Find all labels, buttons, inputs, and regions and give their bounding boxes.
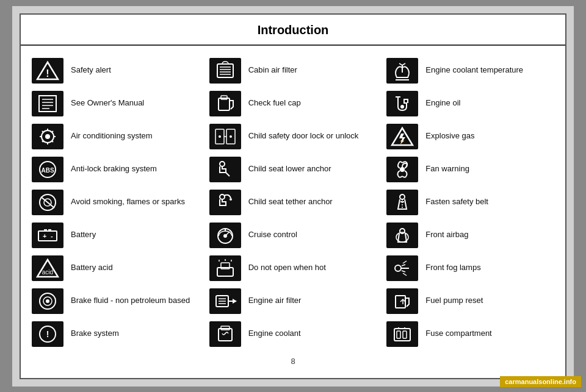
abs-icon: ABS — [32, 157, 63, 182]
safety-alert-icon: ! — [32, 58, 63, 84]
list-item: Avoid smoking, flames or sparks — [27, 186, 204, 219]
cruise-control-label: Cruise control — [248, 230, 297, 240]
svg-rect-23 — [44, 229, 47, 232]
svg-point-47 — [230, 198, 232, 201]
child-seat-lower-icon — [209, 157, 241, 182]
svg-point-45 — [220, 162, 225, 166]
air-conditioning-label: Air conditioning system — [71, 131, 153, 141]
brake-fluid-icon — [32, 288, 63, 314]
list-item: acid Battery acid — [27, 252, 204, 285]
list-item: Fuel pump reset — [382, 285, 559, 318]
svg-rect-39 — [219, 98, 230, 110]
svg-line-66 — [402, 63, 405, 65]
list-item: Check fuel cap — [204, 87, 382, 120]
explosive-gas-icon: ⚡ — [386, 124, 418, 149]
cabin-air-filter-icon — [209, 58, 241, 84]
list-item: Fasten safety belt — [382, 186, 559, 219]
engine-coolant-label: Engine coolant — [248, 329, 301, 339]
safety-alert-label: Safety alert — [71, 65, 111, 76]
no-smoking-icon — [32, 190, 63, 215]
svg-marker-61 — [233, 299, 237, 304]
owners-manual-icon — [32, 91, 63, 116]
svg-line-76 — [402, 265, 405, 266]
svg-line-79 — [403, 273, 407, 276]
svg-text:-: - — [51, 232, 53, 240]
svg-line-16 — [42, 141, 43, 142]
list-item: Fuse compartment — [382, 318, 559, 351]
brake-system-label: Brake system — [71, 329, 119, 339]
list-item: Cabin air filter — [204, 54, 382, 87]
battery-label: Battery — [71, 230, 96, 240]
list-item: Child safety door lock or unlock — [204, 120, 382, 153]
battery-acid-icon: acid — [32, 255, 63, 281]
content-area: ! Safety alert See — [21, 54, 565, 351]
list-item: Fan warning — [382, 153, 559, 186]
front-airbag-label: Front airbag — [425, 230, 468, 240]
fuel-pump-label: Fuel pump reset — [425, 296, 483, 306]
front-fog-icon — [386, 255, 418, 281]
list-item: Child seat tether anchor — [204, 186, 382, 219]
brake-system-icon: ! — [32, 321, 63, 347]
engine-coolant-temp-icon — [386, 58, 418, 84]
list-item: Engine oil — [382, 87, 559, 120]
child-safety-door-label: Child safety door lock or unlock — [248, 131, 359, 141]
list-item: Do not open when hot — [204, 252, 382, 285]
cruise-control-icon — [209, 223, 241, 248]
svg-rect-2 — [39, 96, 56, 112]
svg-line-14 — [52, 141, 53, 142]
svg-point-67 — [400, 105, 404, 109]
front-airbag-icon — [386, 223, 418, 248]
svg-point-43 — [219, 135, 221, 138]
page-container: Introduction ! Safety alert — [12, 6, 574, 387]
svg-rect-81 — [396, 296, 405, 308]
battery-acid-label: Battery acid — [71, 263, 113, 273]
svg-line-78 — [403, 261, 407, 263]
svg-point-8 — [45, 134, 50, 139]
svg-line-13 — [42, 131, 43, 132]
child-seat-tether-label: Child seat tether anchor — [248, 197, 333, 207]
engine-air-filter-label: Engine air filter — [248, 296, 302, 306]
svg-text:!: ! — [46, 68, 49, 79]
svg-point-74 — [395, 265, 401, 271]
owners-manual-label: See Owner's Manual — [71, 98, 144, 109]
list-item: Air conditioning system — [27, 120, 204, 153]
svg-line-51 — [225, 232, 230, 236]
svg-rect-24 — [48, 229, 51, 232]
cabin-air-filter-label: Cabin air filter — [248, 65, 297, 76]
fasten-belt-icon — [386, 190, 418, 215]
column-1: ! Safety alert See — [27, 54, 204, 351]
list-item: ABS Anti-lock braking system — [27, 153, 204, 186]
fan-warning-icon — [386, 157, 418, 182]
svg-rect-22 — [38, 231, 57, 241]
column-2: Cabin air filter Check fuel cap — [204, 54, 382, 351]
svg-text:!: ! — [46, 329, 49, 339]
check-fuel-cap-label: Check fuel cap — [248, 98, 301, 109]
svg-point-44 — [230, 135, 232, 138]
svg-text:ABS: ABS — [41, 167, 54, 174]
fan-warning-label: Fan warning — [425, 164, 469, 174]
no-smoking-label: Avoid smoking, flames or sparks — [71, 197, 185, 207]
engine-coolant-icon — [209, 321, 241, 347]
svg-line-15 — [52, 131, 53, 132]
engine-oil-icon — [386, 91, 418, 116]
list-item: ! Safety alert — [27, 54, 204, 87]
do-not-open-label: Do not open when hot — [248, 263, 326, 273]
list-item: Brake fluid - non petroleum based — [27, 285, 204, 318]
svg-rect-62 — [219, 329, 232, 341]
list-item: Engine air filter — [204, 285, 382, 318]
list-item: ⚡ Explosive gas — [382, 120, 559, 153]
svg-text:acid: acid — [42, 269, 53, 276]
child-seat-lower-label: Child seat lower anchor — [248, 164, 331, 174]
air-conditioning-icon — [32, 124, 63, 149]
list-item: Engine coolant temperature — [382, 54, 559, 87]
svg-point-31 — [46, 299, 49, 303]
child-safety-door-icon — [209, 124, 241, 149]
do-not-open-icon — [209, 255, 241, 281]
fuse-compartment-label: Fuse compartment — [425, 329, 491, 339]
svg-point-70 — [400, 167, 405, 172]
list-item: Front fog lamps — [382, 252, 559, 285]
svg-line-65 — [399, 63, 402, 65]
inner-container: Introduction ! Safety alert — [20, 13, 566, 379]
watermark: carmanualsonline.info — [500, 376, 581, 387]
engine-air-filter-icon — [209, 288, 241, 314]
